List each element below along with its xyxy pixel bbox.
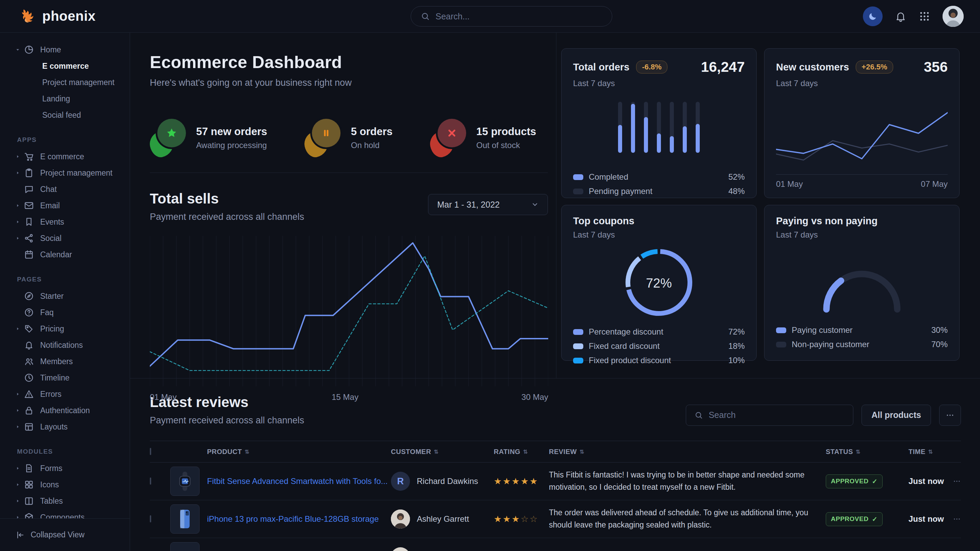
table-icon (24, 496, 34, 506)
product-link[interactable]: iPhone 13 pro max-Pacific Blue-128GB sto… (207, 514, 391, 524)
sidebar-item-events[interactable]: Events (0, 214, 130, 230)
caret-spacer (14, 310, 21, 315)
compass-icon (24, 291, 34, 301)
sidebar-subitem-e-commerce[interactable]: E commerce (0, 58, 130, 74)
row-checkbox[interactable] (150, 515, 151, 522)
top-coupons-legend: Percentage discount 72% Fixed card disco… (573, 325, 745, 368)
legend-value: 30% (931, 326, 948, 335)
legend-label: Percentage discount (589, 327, 663, 337)
legend-label: Fixed card discount (589, 341, 660, 351)
apps-grid-button[interactable] (919, 11, 930, 22)
user-avatar[interactable] (943, 6, 964, 27)
bar (657, 102, 661, 153)
stat-icon (150, 119, 187, 157)
sidebar-item-email[interactable]: Email (0, 197, 130, 214)
pie-icon (24, 44, 34, 55)
sidebar-item-notifications[interactable]: Notifications (0, 337, 130, 353)
sidebar-item-chat[interactable]: Chat (0, 181, 130, 197)
column-header-status[interactable]: STATUS⇅ (826, 448, 908, 456)
reviews-search-input[interactable]: Search (686, 405, 853, 426)
icons-icon (24, 480, 34, 490)
sidebar-item-forms[interactable]: Forms (0, 460, 130, 476)
bar (683, 102, 687, 153)
sidebar-item-home[interactable]: Home (0, 41, 130, 58)
sidebar-item-label: Authentication (40, 406, 90, 415)
reviews-more-button[interactable] (939, 405, 961, 426)
sidebar-item-components[interactable]: Components (0, 509, 130, 518)
legend-label: Completed (589, 172, 628, 182)
reviews-subtitle: Payment received across all channels (150, 415, 304, 426)
ellipsis-icon (946, 411, 955, 420)
customer-cell: Ashley Garrett (391, 510, 494, 529)
star-icon (166, 127, 177, 139)
trend-badge: -6.8% (636, 60, 667, 73)
card-period: Last 7 days (776, 230, 948, 240)
sidebar-item-e-commerce[interactable]: E commerce (0, 148, 130, 165)
theme-toggle-button[interactable] (863, 6, 883, 26)
new-customers-card: New customers +26.5% 356 Last 7 days 01 … (764, 48, 959, 198)
sidebar-item-authentication[interactable]: Authentication (0, 402, 130, 419)
row-menu-button[interactable] (953, 515, 961, 523)
sidebar-item-label: Home (40, 45, 61, 54)
cart-icon (24, 151, 34, 162)
column-header-review[interactable]: REVIEW⇅ (549, 448, 826, 456)
legend-swatch (776, 342, 786, 348)
sidebar-item-starter[interactable]: Starter (0, 288, 130, 304)
topbar-actions (863, 0, 964, 33)
sidebar-item-errors[interactable]: Errors (0, 386, 130, 402)
card-period: Last 7 days (573, 79, 745, 88)
column-header-product[interactable]: PRODUCT⇅ (207, 448, 391, 456)
legend-swatch (776, 327, 786, 333)
share-icon (24, 233, 34, 243)
select-all-checkbox[interactable] (150, 448, 151, 455)
latest-reviews-section: Latest reviews Payment received across a… (130, 378, 980, 551)
product-thumbnail[interactable] (170, 542, 200, 551)
sidebar-subitem-landing[interactable]: Landing (0, 91, 130, 107)
avatar (391, 510, 410, 529)
customer-name: Richard Dawkins (417, 476, 478, 486)
sort-icon: ⇅ (523, 449, 528, 455)
sidebar-item-label: Notifications (40, 341, 83, 350)
date-range-select[interactable]: Mar 1 - 31, 2022 (428, 194, 548, 215)
sidebar-item-faq[interactable]: Faq (0, 304, 130, 321)
notifications-bell-button[interactable] (895, 11, 907, 22)
sidebar-item-pricing[interactable]: Pricing (0, 321, 130, 337)
sidebar-item-members[interactable]: Members (0, 353, 130, 370)
row-menu-button[interactable] (953, 477, 961, 485)
sidebar-item-project-management[interactable]: Project management (0, 165, 130, 181)
sidebar-item-label: Calendar (40, 250, 72, 259)
product-thumbnail[interactable] (170, 467, 200, 496)
column-header-rating[interactable]: RATING⇅ (494, 448, 549, 456)
pause-icon (320, 127, 332, 139)
sidebar-subitem-social-feed[interactable]: Social feed (0, 107, 130, 123)
sidebar-item-layouts[interactable]: Layouts (0, 419, 130, 435)
bookmark-icon (24, 217, 34, 227)
sidebar-item-calendar[interactable]: Calendar (0, 246, 130, 263)
caret-right-icon (14, 482, 21, 487)
column-header-time[interactable]: TIME⇅ (908, 448, 953, 456)
brand-logo[interactable]: phoenix (0, 8, 96, 25)
x-tick-label: 30 May (521, 392, 548, 402)
sidebar-item-label: Project management (40, 168, 112, 178)
total-sells-title: Total sells (150, 191, 304, 207)
sidebar-item-timeline[interactable]: Timeline (0, 370, 130, 386)
collapse-sidebar-button[interactable]: Collapsed View (0, 518, 130, 551)
product-link[interactable]: Fitbit Sense Advanced Smartwatch with To… (207, 476, 391, 486)
legend-row-fixed-product-discount: Fixed product discount 10% (573, 353, 745, 368)
rating-stars: ★★★★★ (494, 476, 549, 487)
xmark-icon (446, 127, 458, 139)
stat-value: 15 products (476, 125, 536, 138)
sidebar-item-icons[interactable]: Icons (0, 476, 130, 493)
bar (696, 102, 700, 153)
sidebar-item-label: Faq (40, 308, 54, 317)
column-header-customer[interactable]: CUSTOMER⇅ (391, 448, 494, 456)
sidebar-item-social[interactable]: Social (0, 230, 130, 246)
product-thumbnail[interactable] (170, 504, 200, 534)
global-search-input[interactable]: Search... (410, 6, 612, 27)
sidebar-item-tables[interactable]: Tables (0, 493, 130, 509)
card-period: Last 7 days (573, 230, 745, 240)
caret-spacer (14, 252, 21, 257)
all-products-button[interactable]: All products (862, 405, 931, 426)
row-checkbox[interactable] (150, 478, 151, 484)
sidebar-subitem-project-management[interactable]: Project management (0, 74, 130, 91)
